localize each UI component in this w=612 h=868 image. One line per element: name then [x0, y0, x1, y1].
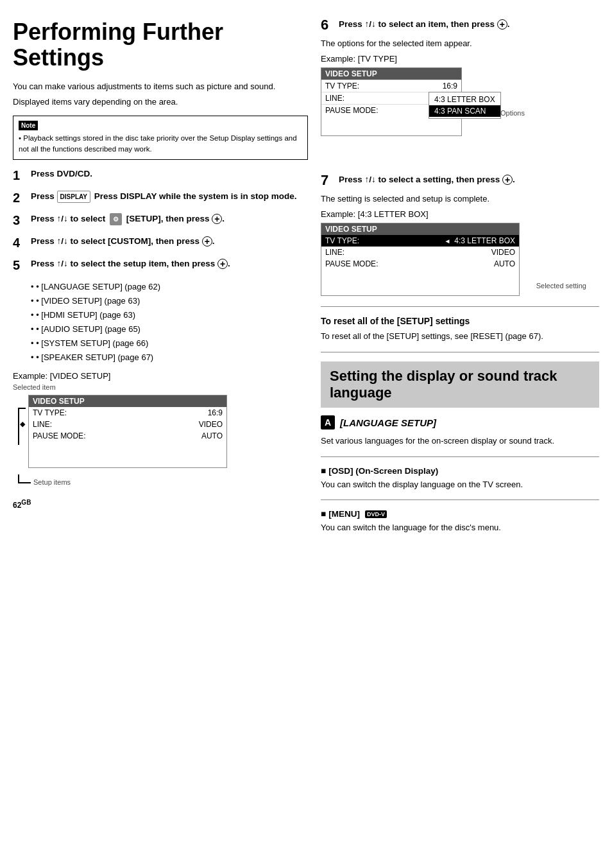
- step-4: 4 Press ↑/↓ to select [CUSTOM], then pre…: [13, 235, 308, 252]
- sel-pause-value: AUTO: [494, 259, 515, 268]
- intro-line-2: Displayed items vary depending on the ar…: [13, 96, 308, 108]
- subitem-1: • [LANGUAGE SETUP] (page 62): [31, 280, 308, 294]
- setup-row-2: ◆ LINE: VIDEO: [29, 419, 226, 430]
- divider-3: [321, 456, 599, 457]
- sel-row-line: LINE: VIDEO: [321, 247, 519, 258]
- step-5-text: Press ↑/↓ to select the setup item, then…: [31, 257, 308, 270]
- step-3: 3 Press ↑/↓ to select ⚙ [SETUP], then pr…: [13, 213, 308, 230]
- opt-line-label: LINE:: [325, 94, 344, 103]
- step-7-display-container: VIDEO SETUP TV TYPE: ◄ 4:3 LETTER BOX LI…: [321, 223, 599, 296]
- step-6-block: 6 Press ↑/↓ to select an item, then pres…: [321, 19, 599, 136]
- dvd-badge: DVD-V: [365, 510, 387, 518]
- sel-tv-label: TV TYPE:: [325, 236, 359, 245]
- selected-setting-display: VIDEO SETUP TV TYPE: ◄ 4:3 LETTER BOX LI…: [321, 223, 520, 296]
- opt-tv-label: TV TYPE:: [325, 82, 359, 91]
- row-1-label: TV TYPE:: [33, 408, 67, 417]
- setting-section-title: Setting the display or sound track langu…: [330, 368, 590, 402]
- setup-display-footer: [29, 442, 226, 467]
- circle-plus-7: +: [502, 175, 513, 185]
- sel-row-tv: TV TYPE: ◄ 4:3 LETTER BOX: [321, 235, 519, 247]
- osd-desc: You can switch the display language on t…: [321, 478, 599, 491]
- setup-display-header: VIDEO SETUP: [29, 395, 226, 407]
- display-icon: DISPLAY: [57, 191, 90, 203]
- setup-display: VIDEO SETUP TV TYPE: 16:9 ◆ LINE: VIDEO …: [28, 395, 227, 468]
- sel-row-pause: PAUSE MODE: AUTO: [321, 258, 519, 270]
- sel-pause-label: PAUSE MODE:: [325, 259, 378, 268]
- step-6-example: Example: [TV TYPE]: [321, 53, 599, 65]
- step-5-num: 5: [13, 256, 31, 275]
- step-1-text: Press DVD/CD.: [31, 168, 308, 180]
- step-3-num: 3: [13, 211, 31, 230]
- step-7: 7 Press ↑/↓ to select a setting, then pr…: [321, 175, 599, 189]
- circle-plus-4: +: [202, 236, 212, 247]
- circle-plus-5: +: [217, 259, 228, 269]
- setting-section: Setting the display or sound track langu…: [321, 361, 599, 408]
- setup-row-3: PAUSE MODE: AUTO: [29, 430, 226, 442]
- intro-line-1: You can make various adjustments to item…: [13, 80, 308, 93]
- opt-row-tv: TV TYPE: 16:9: [321, 80, 461, 92]
- arrow-indicator: ◆: [20, 420, 25, 428]
- row-1-value: 16:9: [208, 408, 223, 417]
- page-number: 62GB: [13, 499, 308, 510]
- step-2-text: Press DISPLAY Press DISPLAY while the sy…: [31, 190, 308, 203]
- left-column: Performing Further Settings You can make…: [13, 19, 308, 849]
- row-3-label: PAUSE MODE:: [33, 431, 85, 440]
- sel-line-label: LINE:: [325, 248, 344, 257]
- step-7-desc2: Example: [4:3 LETTER BOX]: [321, 208, 599, 221]
- step-4-num: 4: [13, 233, 31, 252]
- steps-list: 1 Press DVD/CD. 2 Press DISPLAY Press DI…: [13, 168, 308, 275]
- step-7-desc1: The setting is selected and setup is com…: [321, 193, 599, 205]
- circle-plus-3: +: [212, 214, 222, 224]
- selected-setting-label: Selected setting: [536, 282, 586, 290]
- note-box: Note • Playback settings stored in the d…: [13, 116, 308, 160]
- sel-header: VIDEO SETUP: [321, 223, 519, 235]
- lang-setup-label: [LANGUAGE SETUP]: [340, 417, 436, 428]
- lang-icon: A: [321, 415, 335, 430]
- options-label: Options: [500, 109, 525, 117]
- opt-popup-2: 4:3 PAN SCAN: [429, 105, 500, 117]
- reset-section: To reset all of the [SETUP] settings To …: [321, 316, 599, 343]
- divider-2: [321, 352, 599, 352]
- right-column: 6 Press ↑/↓ to select an item, then pres…: [321, 19, 599, 849]
- sel-line-value: VIDEO: [491, 248, 515, 257]
- subitem-2: • [VIDEO SETUP] (page 63): [31, 294, 308, 308]
- sel-arrow: ◄: [444, 238, 450, 245]
- step-1-num: 1: [13, 166, 31, 185]
- step-5-subitems: • [LANGUAGE SETUP] (page 62) • [VIDEO SE…: [31, 280, 308, 365]
- setup-items-line: Setup items: [18, 474, 308, 486]
- lang-setup-desc: Set various languages for the on-screen …: [321, 435, 599, 447]
- example-label: Example: [VIDEO SETUP]: [13, 371, 308, 381]
- osd-title: [OSD] (On-Screen Display): [321, 466, 599, 476]
- setup-icon: ⚙: [110, 213, 122, 225]
- reset-text: To reset all of the [SETUP] settings, se…: [321, 330, 599, 343]
- note-label: Note: [19, 121, 38, 130]
- options-popup: 4:3 LETTER BOX 4:3 PAN SCAN: [429, 92, 501, 119]
- step-5: 5 Press ↑/↓ to select the setup item, th…: [13, 257, 308, 275]
- step-2-main: Press DISPLAY while the system is in sto…: [94, 191, 297, 201]
- row-2-value: VIDEO: [199, 420, 223, 429]
- page: Performing Further Settings You can make…: [0, 0, 612, 868]
- row-3-value: AUTO: [201, 431, 223, 440]
- circle-plus-6: +: [497, 19, 507, 30]
- opt-header: VIDEO SETUP: [321, 68, 461, 80]
- subitem-5: • [SYSTEM SETUP] (page 66): [31, 336, 308, 351]
- step-2-num: 2: [13, 188, 31, 207]
- sel-spacer: [321, 270, 519, 295]
- subitem-4: • [AUDIO SETUP] (page 65): [31, 322, 308, 336]
- step-6: 6 Press ↑/↓ to select an item, then pres…: [321, 19, 599, 33]
- step-4-text: Press ↑/↓ to select [CUSTOM], then press…: [31, 235, 308, 248]
- step-1: 1 Press DVD/CD.: [13, 168, 308, 185]
- divider-1: [321, 306, 599, 307]
- page-title: Performing Further Settings: [13, 19, 308, 70]
- setup-row-1: TV TYPE: 16:9: [29, 407, 226, 419]
- step-7-block: 7 Press ↑/↓ to select a setting, then pr…: [321, 175, 599, 296]
- step-2: 2 Press DISPLAY Press DISPLAY while the …: [13, 190, 308, 207]
- opt-spacer: [321, 116, 461, 135]
- opt-tv-value: 16:9: [443, 82, 457, 91]
- step-6-text: Press ↑/↓ to select an item, then press …: [339, 19, 599, 30]
- sel-tv-value: ◄ 4:3 LETTER BOX: [444, 236, 515, 245]
- lang-setup-box: A [LANGUAGE SETUP]: [321, 415, 599, 430]
- step-6-desc: The options for the selected item appear…: [321, 37, 599, 50]
- divider-4: [321, 499, 599, 500]
- note-text: • Playback settings stored in the disc t…: [19, 133, 302, 155]
